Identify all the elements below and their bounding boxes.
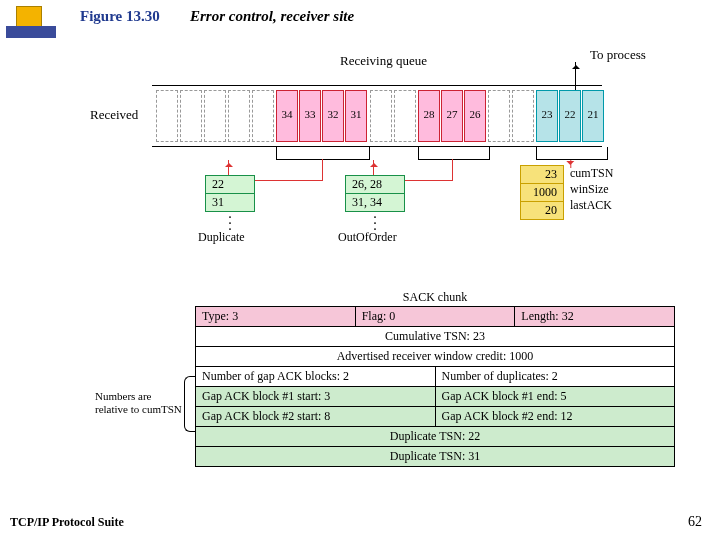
queue-cell: 27 bbox=[441, 90, 463, 142]
sack-gap-row: Gap ACK block #2 start: 8 Gap ACK block … bbox=[195, 406, 675, 427]
sack-counts-row: Number of gap ACK blocks: 2 Number of du… bbox=[195, 366, 675, 387]
winsize-label: winSize bbox=[570, 182, 609, 197]
to-process-label: To process bbox=[590, 47, 646, 63]
sack-credit: Advertised receiver window credit: 1000 bbox=[196, 347, 674, 366]
sack-dup-row: Duplicate TSN: 22 bbox=[195, 426, 675, 447]
queue-cell: 23 bbox=[536, 90, 558, 142]
sack-cum: Cumulative TSN: 23 bbox=[196, 327, 674, 346]
sack-dup-row: Duplicate TSN: 31 bbox=[195, 446, 675, 467]
queue-cell: 31 bbox=[345, 90, 367, 142]
state-cumtsn: 23 bbox=[520, 165, 564, 184]
ooo-line: 26, 28 bbox=[345, 175, 405, 194]
queue-cell: 26 bbox=[464, 90, 486, 142]
figure-number: Figure 13.30 bbox=[80, 8, 160, 25]
queue-cell: 28 bbox=[418, 90, 440, 142]
sack-chunk: SACK chunk Type: 3 Flag: 0 Length: 32 Cu… bbox=[195, 290, 675, 467]
sack-type: Type: 3 bbox=[196, 307, 356, 326]
sack-header-row: Type: 3 Flag: 0 Length: 32 bbox=[195, 306, 675, 327]
queue-cell: 34 bbox=[276, 90, 298, 142]
duplicate-label: Duplicate bbox=[198, 230, 245, 245]
sack-dup-count: Number of duplicates: 2 bbox=[436, 367, 675, 386]
sack-gap1-end: Gap ACK block #1 end: 5 bbox=[436, 387, 675, 406]
slide-logo bbox=[6, 6, 56, 48]
sack-flag: Flag: 0 bbox=[356, 307, 516, 326]
state-winsize: 1000 bbox=[520, 183, 564, 202]
sack-dup1: Duplicate TSN: 22 bbox=[196, 427, 674, 446]
dup-line: 22 bbox=[205, 175, 255, 194]
out-of-order-box: 26, 28 31, 34 ··· bbox=[345, 175, 405, 233]
queue-cell: 33 bbox=[299, 90, 321, 142]
figure-title: Error control, receiver site bbox=[190, 8, 354, 25]
queue-cell: 22 bbox=[559, 90, 581, 142]
sack-gap1-start: Gap ACK block #1 start: 3 bbox=[196, 387, 436, 406]
diagram: Receiving queue To process Received 34 3… bbox=[90, 35, 680, 295]
sack-note: Numbers are relative to cumTSN bbox=[95, 390, 185, 416]
footer-title: TCP/IP Protocol Suite bbox=[10, 515, 124, 530]
state-box: 23 1000 20 bbox=[520, 165, 564, 220]
duplicate-box: 22 31 ··· bbox=[205, 175, 255, 233]
sack-gap2-start: Gap ACK block #2 start: 8 bbox=[196, 407, 436, 426]
sack-gap-row: Gap ACK block #1 start: 3 Gap ACK block … bbox=[195, 386, 675, 407]
sack-gap2-end: Gap ACK block #2 end: 12 bbox=[436, 407, 675, 426]
bracket-block2 bbox=[418, 147, 490, 160]
queue-cell: 32 bbox=[322, 90, 344, 142]
sack-credit-row: Advertised receiver window credit: 1000 bbox=[195, 346, 675, 367]
queue-cell: 21 bbox=[582, 90, 604, 142]
sack-gap-count: Number of gap ACK blocks: 2 bbox=[196, 367, 436, 386]
cumtsn-label: cumTSN bbox=[570, 166, 613, 181]
sack-title: SACK chunk bbox=[195, 290, 675, 305]
lastack-label: lastACK bbox=[570, 198, 612, 213]
receiving-queue-label: Receiving queue bbox=[340, 53, 427, 69]
out-of-order-label: OutOfOrder bbox=[338, 230, 397, 245]
state-lastack: 20 bbox=[520, 201, 564, 220]
bracket-block3 bbox=[536, 147, 608, 160]
brace-icon bbox=[184, 376, 195, 432]
received-label: Received bbox=[90, 107, 138, 123]
sack-cum-row: Cumulative TSN: 23 bbox=[195, 326, 675, 347]
sack-dup2: Duplicate TSN: 31 bbox=[196, 447, 674, 466]
page-number: 62 bbox=[688, 514, 702, 530]
slide: Figure 13.30 Error control, receiver sit… bbox=[0, 0, 720, 540]
receiving-queue: 34 33 32 31 28 27 26 23 22 21 bbox=[152, 85, 602, 147]
sack-length: Length: 32 bbox=[515, 307, 674, 326]
